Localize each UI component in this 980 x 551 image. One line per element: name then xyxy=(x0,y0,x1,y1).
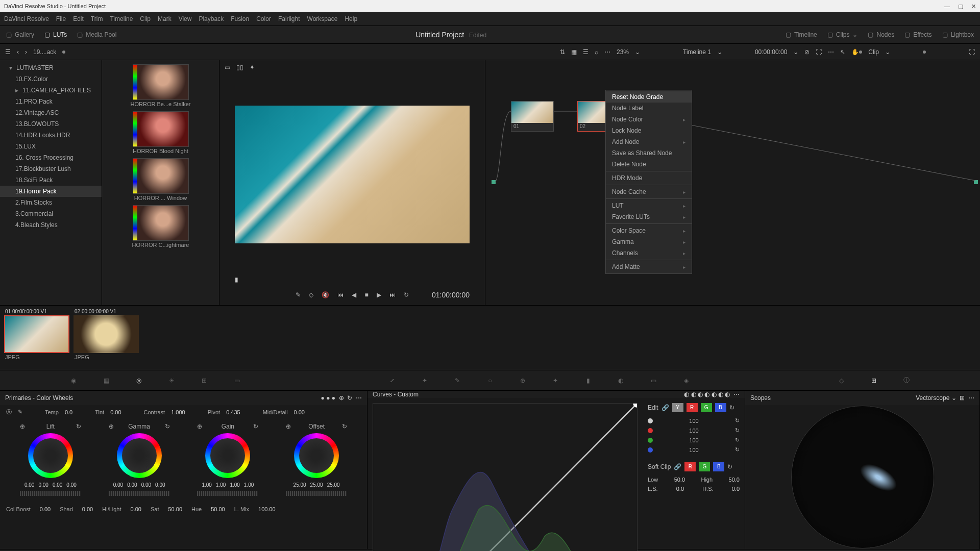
expand-icon[interactable]: ⛶ xyxy=(816,48,822,56)
link-icon[interactable]: 🔗 xyxy=(674,463,681,470)
dots-icon[interactable]: ● ● ● xyxy=(321,394,335,402)
more-icon[interactable]: ⋯ xyxy=(733,391,740,398)
3d-icon[interactable]: ◈ xyxy=(680,374,692,387)
ctx-gamma[interactable]: Gamma▸ xyxy=(606,236,692,247)
play-reverse-icon[interactable]: ◀ xyxy=(352,291,356,298)
tree-item[interactable]: 11.PRO.Pack xyxy=(0,96,102,107)
luts-button[interactable]: ▢LUTs xyxy=(44,31,67,38)
timeline-label[interactable]: Timeline 1 xyxy=(683,48,711,56)
b-channel-button[interactable]: B xyxy=(713,462,724,471)
more-icon[interactable]: ⋯ xyxy=(356,394,362,402)
link-icon[interactable]: 🔗 xyxy=(662,404,669,411)
tree-item[interactable]: 14.HDR.Looks.HDR xyxy=(0,130,102,141)
ctx-node-label[interactable]: Node Label xyxy=(606,103,692,114)
ls-value[interactable]: 0.0 xyxy=(676,486,684,492)
lightbox-button[interactable]: ▢Lightbox xyxy=(942,31,974,38)
zoom-value[interactable]: 23% xyxy=(617,48,629,56)
node-graph[interactable]: 01 02 Reset Node GradeNode LabelNode Col… xyxy=(485,60,980,305)
loop-icon[interactable]: ↻ xyxy=(404,291,409,298)
hand-icon[interactable]: ✋ xyxy=(851,48,859,56)
tree-item[interactable]: 15.LUX xyxy=(0,141,102,152)
wheel-offset[interactable]: ⊕Offset↻25.0025.0025.00 xyxy=(276,423,357,499)
r-channel-button[interactable]: R xyxy=(687,403,698,412)
clips-button[interactable]: ▢Clips ⌄ xyxy=(827,31,858,38)
chevron-down-icon[interactable]: ⌄ xyxy=(635,48,640,56)
mode-icons[interactable]: ◐ ◐ ◐ ◐ ◐ ◐ ◐ xyxy=(684,391,730,398)
menu-fusion[interactable]: Fusion xyxy=(231,15,249,22)
reset-icon[interactable]: ↻ xyxy=(727,463,732,470)
menu-workspace[interactable]: Workspace xyxy=(307,15,338,22)
picker-icon[interactable]: ✎ xyxy=(18,409,22,415)
menu-file[interactable]: File xyxy=(56,15,66,22)
ctx-add-matte[interactable]: Add Matte▸ xyxy=(606,261,692,272)
chevron-down-icon[interactable]: ⌄ xyxy=(885,48,890,56)
scopes-icon[interactable]: ⊞ xyxy=(868,374,880,387)
mute-icon[interactable]: 🔇 xyxy=(322,291,329,298)
ctx-delete-node[interactable]: Delete Node xyxy=(606,159,692,170)
menu-view[interactable]: View xyxy=(179,15,192,22)
picker-icon[interactable]: ✎ xyxy=(296,291,301,298)
hdr-icon[interactable]: ☀ xyxy=(165,374,178,387)
reset-icon[interactable]: ↻ xyxy=(347,394,352,402)
more-icon[interactable]: ⋯ xyxy=(828,48,834,56)
hilight-value[interactable]: 0.00 xyxy=(131,506,141,512)
lut-item[interactable]: HORROR Be...e Stalker xyxy=(106,64,215,107)
g-channel-button[interactable]: G xyxy=(699,462,710,471)
search-icon[interactable]: ⌕ xyxy=(595,48,598,56)
menu-davinci-resolve[interactable]: DaVinci Resolve xyxy=(4,15,49,22)
maximize-icon[interactable]: ▢ xyxy=(958,3,963,10)
ctx-favorite-luts[interactable]: Favorite LUTs▸ xyxy=(606,211,692,222)
lut-item[interactable]: HORROR Blood Night xyxy=(106,111,215,154)
grid-view-icon[interactable]: ▦ xyxy=(571,48,577,56)
gallery-button[interactable]: ▢Gallery xyxy=(6,31,34,38)
menu-playback[interactable]: Playback xyxy=(199,15,224,22)
menu-timeline[interactable]: Timeline xyxy=(110,15,133,22)
expand-icon[interactable]: ⛶ xyxy=(969,48,975,56)
tree-parent[interactable]: ▾LUTMASTER xyxy=(0,62,102,73)
menu-fairlight[interactable]: Fairlight xyxy=(278,15,300,22)
timeline-button[interactable]: ▢Timeline xyxy=(786,31,817,38)
split-icon[interactable]: ▯▯ xyxy=(236,64,243,71)
keyframes-icon[interactable]: ◇ xyxy=(835,374,847,387)
ctx-hdr-mode[interactable]: HDR Mode xyxy=(606,172,692,184)
marker-icon[interactable]: ◇ xyxy=(309,291,313,298)
tree-item[interactable]: 19.Horror Pack xyxy=(0,186,102,197)
hue-value[interactable]: 50.00 xyxy=(211,506,225,512)
timecode-in[interactable]: 00:00:00:00 xyxy=(755,48,787,56)
ctx-save-as-shared-node[interactable]: Save as Shared Node xyxy=(606,147,692,159)
ctx-node-color[interactable]: Node Color▸ xyxy=(606,114,692,125)
bypass-icon[interactable]: ⊘ xyxy=(804,48,810,56)
pointer-icon[interactable]: ↖ xyxy=(840,48,845,56)
wand-icon[interactable]: ✦ xyxy=(250,64,255,71)
magic-mask-icon[interactable]: ✦ xyxy=(549,374,561,387)
menu-mark[interactable]: Mark xyxy=(158,15,172,22)
lmix-value[interactable]: 100.00 xyxy=(258,506,276,512)
tree-item[interactable]: ▸11.CAMERA_PROFILES xyxy=(0,85,102,96)
menu-edit[interactable]: Edit xyxy=(73,15,84,22)
temp-value[interactable]: 0.0 xyxy=(65,409,72,415)
stop-icon[interactable]: ■ xyxy=(364,291,368,298)
clip-item[interactable]: 01 00:00:00:00 V1JPEG xyxy=(4,308,69,368)
menu-clip[interactable]: Clip xyxy=(140,15,151,22)
curves-icon[interactable]: ⟋ xyxy=(386,374,398,387)
info-icon[interactable]: ⓘ xyxy=(900,374,913,387)
node-01[interactable]: 01 xyxy=(511,101,554,132)
ctx-reset-node-grade[interactable]: Reset Node Grade xyxy=(606,91,692,103)
menu-help[interactable]: Help xyxy=(345,15,357,22)
reset-icon[interactable]: ↻ xyxy=(729,404,734,411)
tree-item[interactable]: 10.FX.Color xyxy=(0,73,102,85)
ctx-lut[interactable]: LUT▸ xyxy=(606,200,692,211)
expand-icon[interactable]: ⊞ xyxy=(960,394,965,402)
menu-trim[interactable]: Trim xyxy=(91,15,103,22)
minimize-icon[interactable]: — xyxy=(944,3,950,10)
wheel-lift[interactable]: ⊕Lift↻0.000.000.000.00 xyxy=(10,423,91,499)
ctx-channels[interactable]: Channels▸ xyxy=(606,247,692,259)
ctx-add-node[interactable]: Add Node▸ xyxy=(606,136,692,147)
contrast-value[interactable]: 1.000 xyxy=(171,409,185,415)
key-icon[interactable]: ◐ xyxy=(615,374,627,387)
shad-value[interactable]: 0.00 xyxy=(82,506,93,512)
highlight-icon[interactable]: ▭ xyxy=(225,64,230,71)
colboost-value[interactable]: 0.00 xyxy=(40,506,51,512)
sizing-icon[interactable]: ▭ xyxy=(647,374,659,387)
g-channel-button[interactable]: G xyxy=(701,403,712,412)
